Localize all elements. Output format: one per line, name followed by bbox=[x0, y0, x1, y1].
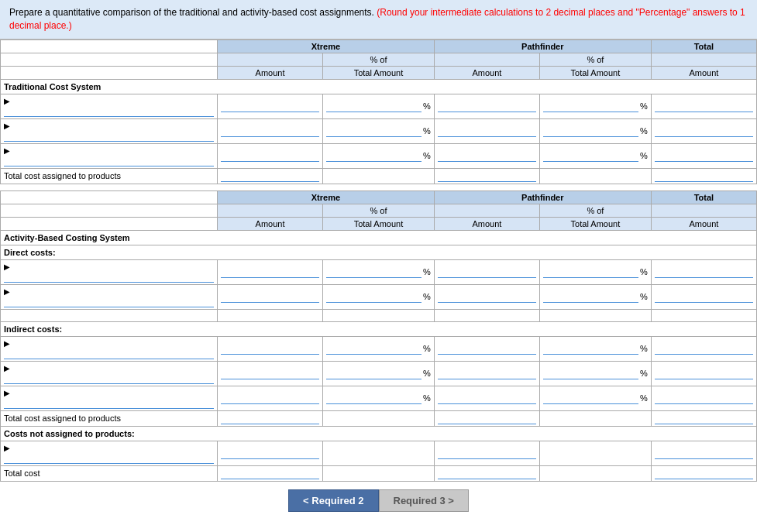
row2-amt-x-input[interactable] bbox=[221, 125, 319, 137]
pct-of-p: % of bbox=[540, 53, 652, 66]
ic-row3-label-input[interactable] bbox=[4, 397, 214, 409]
ic-row2-pct-p-input[interactable] bbox=[543, 368, 638, 379]
row3-label-input[interactable] bbox=[4, 155, 214, 166]
total-assigned-label: Total cost assigned to products bbox=[1, 410, 218, 426]
row1-pct-p-input[interactable] bbox=[543, 101, 638, 112]
ic-row2-amt-x-input[interactable] bbox=[221, 368, 319, 379]
row1-amt-p-input[interactable] bbox=[438, 101, 536, 112]
total-cost-total-input[interactable] bbox=[655, 468, 753, 479]
page: Prepare a quantitative comparison of the… bbox=[0, 0, 757, 532]
dc-row2-amt-p-input[interactable] bbox=[438, 291, 536, 303]
ic-row2-amt-p-input[interactable] bbox=[438, 368, 536, 379]
ic-row3-pct-p-input[interactable] bbox=[543, 393, 638, 404]
row2-amt-p-input[interactable] bbox=[438, 125, 536, 137]
dc-row1-pct-x-input[interactable] bbox=[326, 266, 422, 278]
pct-symbol: % bbox=[423, 393, 431, 403]
pct-symbol: % bbox=[423, 344, 431, 353]
pct-symbol2: % bbox=[640, 393, 648, 403]
total-cost-amt-p-input[interactable] bbox=[438, 468, 536, 479]
row1-amt-x-input[interactable] bbox=[221, 101, 319, 112]
not-assigned-amt-p-input[interactable] bbox=[438, 448, 536, 459]
empty-total2 bbox=[651, 204, 756, 217]
ic-row1-pct-x-input[interactable] bbox=[326, 343, 422, 355]
dc-row2-pct-x-input[interactable] bbox=[326, 291, 422, 303]
ic-row2-amt-x bbox=[217, 361, 322, 386]
dc-row2-amt-x-input[interactable] bbox=[221, 291, 319, 303]
dc-row1-label-input[interactable] bbox=[4, 271, 214, 283]
instruction-text: Prepare a quantitative comparison of the… bbox=[9, 7, 374, 18]
row3-pct-x-input[interactable] bbox=[326, 150, 422, 162]
pct-of-p2: % of bbox=[540, 204, 652, 217]
dc-row1-amt-p-input[interactable] bbox=[438, 266, 536, 278]
abc-title: Activity-Based Costing System bbox=[1, 230, 757, 245]
prev-button[interactable]: < Required 2 bbox=[288, 489, 378, 512]
row1-pct-x-input[interactable] bbox=[326, 101, 422, 112]
ic-row2-label-input[interactable] bbox=[4, 372, 214, 384]
dc-row2-amt-x bbox=[217, 284, 322, 309]
ic-row2-total-input[interactable] bbox=[655, 368, 753, 379]
ic-row1-amt-p-input[interactable] bbox=[438, 343, 536, 355]
dc-row1-pct-p-input[interactable] bbox=[543, 266, 638, 278]
next-button[interactable]: Required 3 > bbox=[379, 489, 469, 512]
row3-pct-x: % bbox=[323, 143, 435, 168]
dc-row2-label-input[interactable] bbox=[4, 296, 214, 307]
ic-row3-total-input[interactable] bbox=[655, 393, 753, 404]
ic-row2-pct-x: % bbox=[323, 361, 435, 386]
ic-row3-pct-x-input[interactable] bbox=[326, 393, 422, 404]
amount-x2: Amount bbox=[217, 217, 322, 230]
not-assigned-total-input[interactable] bbox=[655, 448, 753, 459]
table-row: ▶ % % bbox=[1, 259, 757, 284]
total-cost-amt-x-input[interactable] bbox=[221, 468, 319, 479]
not-assigned-amt-x-input[interactable] bbox=[221, 448, 319, 459]
arrow-icon: ▶ bbox=[4, 263, 10, 271]
row2-pct-x-input[interactable] bbox=[326, 125, 422, 137]
row3-total-input[interactable] bbox=[655, 150, 753, 162]
dc-row1-total-input[interactable] bbox=[655, 266, 753, 278]
empty-amount-x bbox=[217, 53, 322, 66]
ic-row1-pct-p-input[interactable] bbox=[543, 343, 638, 355]
ic-row1-amt-x-input[interactable] bbox=[221, 343, 319, 355]
empty-r-x bbox=[217, 309, 322, 321]
row2-total-input[interactable] bbox=[655, 125, 753, 137]
table-row: ▶ % % bbox=[1, 386, 757, 410]
row1-pct-x: % bbox=[323, 94, 435, 118]
row2-label-input[interactable] bbox=[4, 130, 214, 142]
total-total-input[interactable] bbox=[655, 170, 753, 182]
total-pct-x bbox=[323, 168, 435, 184]
ic-row1-total-input[interactable] bbox=[655, 343, 753, 355]
row3-amt-x bbox=[217, 143, 322, 168]
dc-row2-total-input[interactable] bbox=[655, 291, 753, 303]
row3-amt-p-input[interactable] bbox=[438, 150, 536, 162]
total-assigned-amt-p-input[interactable] bbox=[438, 413, 536, 424]
row3-pct-p-input[interactable] bbox=[543, 150, 638, 162]
dc-row1-amt-x bbox=[217, 259, 322, 284]
amount-p: Amount bbox=[434, 66, 539, 79]
not-assigned-pct-p bbox=[540, 441, 652, 465]
ic-row3-amt-x bbox=[217, 386, 322, 410]
ic-row1-label-input[interactable] bbox=[4, 348, 214, 359]
ic-row1-total bbox=[651, 336, 756, 361]
row2-pct-x: % bbox=[323, 118, 435, 143]
not-assigned-label-input[interactable] bbox=[4, 452, 214, 464]
pct-of-x2: % of bbox=[323, 204, 435, 217]
total-amt-x-input[interactable] bbox=[221, 170, 319, 182]
row3-amt-x-input[interactable] bbox=[221, 150, 319, 162]
total-cost-row: Total cost bbox=[1, 465, 757, 481]
dc-row2-pct-p-input[interactable] bbox=[543, 291, 638, 303]
dc-row2-pct-p: % bbox=[540, 284, 652, 309]
row2-pct-p-input[interactable] bbox=[543, 125, 638, 137]
total-amt-p-input[interactable] bbox=[438, 170, 536, 182]
row1-label-input[interactable] bbox=[4, 105, 214, 117]
ic-row2-pct-x-input[interactable] bbox=[326, 368, 422, 379]
dc-row1-amt-x-input[interactable] bbox=[221, 266, 319, 278]
total-header: Total bbox=[651, 39, 756, 53]
ic-row3-pct-p: % bbox=[540, 386, 652, 410]
total-assigned-amt-x-input[interactable] bbox=[221, 413, 319, 424]
amount-p2: Amount bbox=[434, 217, 539, 230]
indirect-costs-label: Indirect costs: bbox=[1, 321, 757, 336]
ic-row3-amt-p-input[interactable] bbox=[438, 393, 536, 404]
total-assigned-total-input[interactable] bbox=[655, 413, 753, 424]
ic-row3-amt-x-input[interactable] bbox=[221, 393, 319, 404]
row1-total-input[interactable] bbox=[655, 101, 753, 112]
row3-label: ▶ bbox=[1, 143, 218, 168]
